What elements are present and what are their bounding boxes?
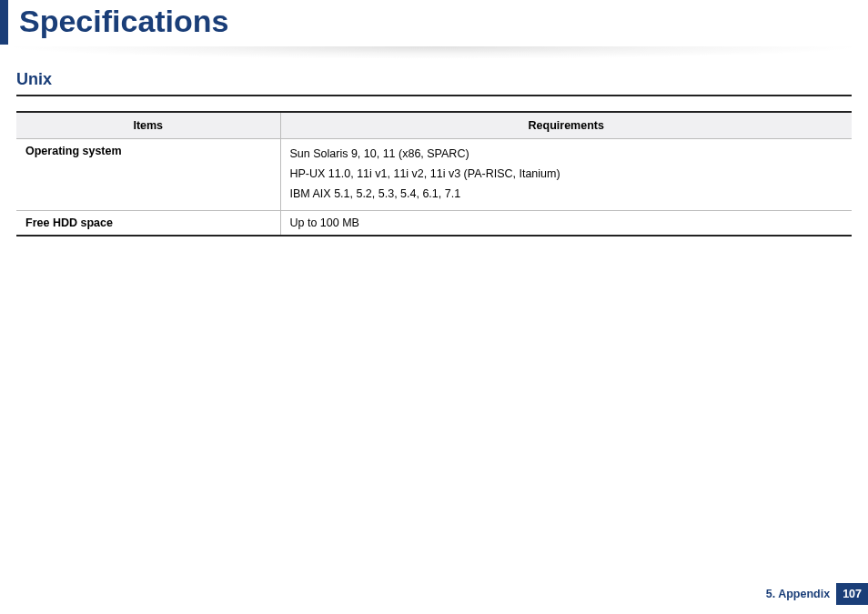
footer-chapter: 5. Appendix <box>766 588 830 600</box>
os-line-1: Sun Solaris 9, 10, 11 (x86, SPARC) <box>290 145 843 165</box>
page-footer: 5. Appendix 107 <box>766 583 868 605</box>
footer-page-number: 107 <box>836 583 868 605</box>
table-row: Free HDD space Up to 100 MB <box>16 211 852 237</box>
cell-req-hdd: Up to 100 MB <box>280 211 852 237</box>
os-line-3: IBM AIX 5.1, 5.2, 5.3, 5.4, 6.1, 7.1 <box>290 185 843 205</box>
table-row: Operating system Sun Solaris 9, 10, 11 (… <box>16 139 852 211</box>
table-header-row: Items Requirements <box>16 112 852 139</box>
cell-item-os: Operating system <box>16 139 280 211</box>
page-title: Specifications <box>19 0 868 45</box>
col-header-items: Items <box>16 112 280 139</box>
content-area: Unix Items Requirements Operating system… <box>0 59 868 237</box>
title-bar: Specifications <box>0 0 868 45</box>
os-requirement-lines: Sun Solaris 9, 10, 11 (x86, SPARC) HP-UX… <box>290 145 843 205</box>
spec-table: Items Requirements Operating system Sun … <box>16 111 852 237</box>
cell-item-hdd: Free HDD space <box>16 211 280 237</box>
col-header-requirements: Requirements <box>280 112 852 139</box>
section-title: Unix <box>16 70 852 96</box>
cell-req-os: Sun Solaris 9, 10, 11 (x86, SPARC) HP-UX… <box>280 139 852 211</box>
page-header: Specifications <box>0 0 868 59</box>
header-shadow <box>0 46 868 59</box>
os-line-2: HP-UX 11.0, 11i v1, 11i v2, 11i v3 (PA-R… <box>290 165 843 185</box>
